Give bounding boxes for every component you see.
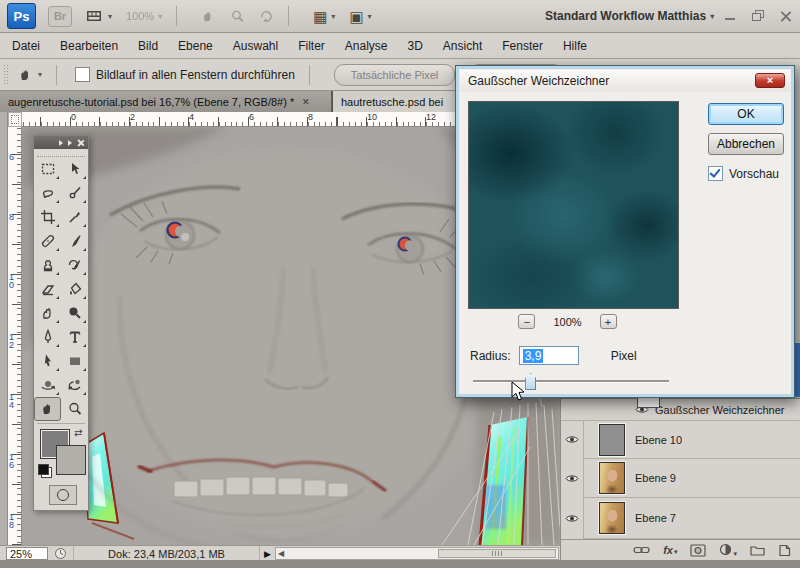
layer-mask-icon[interactable] — [690, 544, 706, 557]
menu-hilfe[interactable]: Hilfe — [553, 39, 597, 53]
tool-brush[interactable] — [61, 229, 88, 253]
divider — [176, 6, 177, 26]
menu-fenster[interactable]: Fenster — [492, 39, 553, 53]
radius-input[interactable]: 3,9 — [519, 346, 579, 365]
layer-thumbnail[interactable] — [599, 462, 625, 494]
tool-path-selection[interactable] — [34, 349, 61, 373]
scroll-all-windows-checkbox[interactable] — [75, 67, 90, 82]
swap-colors-icon[interactable]: ⇄ — [74, 427, 82, 438]
panel-close-icon[interactable] — [77, 139, 84, 146]
minimize-button[interactable] — [724, 10, 736, 22]
preview-checkbox[interactable] — [708, 166, 723, 181]
link-icon[interactable] — [633, 545, 650, 555]
menu-ebene[interactable]: Ebene — [168, 39, 223, 53]
tool-history-brush[interactable] — [61, 253, 88, 277]
zoom-out-button[interactable]: − — [518, 314, 535, 329]
tool-zoom[interactable] — [61, 397, 88, 421]
tool-type[interactable] — [61, 325, 88, 349]
zoom-percent-input[interactable]: 25% — [6, 547, 48, 560]
panel-header[interactable] — [34, 136, 88, 149]
layer-row-ebene-9[interactable]: Ebene 9 — [583, 459, 800, 498]
scrollbar-grip — [492, 551, 502, 556]
horizontal-scrollbar[interactable]: ◀ — [275, 547, 559, 560]
tool-healing-brush[interactable] — [34, 229, 61, 253]
new-layer-icon[interactable] — [778, 544, 791, 557]
adjustment-layer-icon[interactable]: ▾ — [719, 543, 737, 558]
visibility-eye-icon[interactable] — [564, 433, 580, 446]
menu-analyse[interactable]: Analyse — [335, 39, 398, 53]
arrange-documents-dropdown[interactable]: ▦ ▾ — [313, 9, 335, 24]
default-colors-icon[interactable] — [38, 464, 49, 475]
status-popup-arrow-icon[interactable]: ▶ — [264, 549, 271, 559]
rotate-view-icon[interactable] — [259, 9, 274, 24]
tool-smudge[interactable] — [34, 301, 61, 325]
scroll-left-arrow-icon[interactable]: ◀ — [278, 548, 284, 560]
drag-grip[interactable] — [3, 64, 10, 86]
workspace-switcher[interactable]: Standard Workflow Matthias ▾ — [545, 0, 714, 32]
layer-row-ebene-10[interactable]: Ebene 10 — [583, 421, 800, 459]
smart-filter-row[interactable]: Gaußscher Weichzeichner — [561, 399, 800, 421]
close-button[interactable] — [780, 10, 792, 22]
dialog-title-bar[interactable]: Gaußscher Weichzeichner — [460, 70, 790, 92]
layer-thumbnail[interactable] — [599, 502, 625, 534]
arrange-documents-icon: ▦ — [313, 9, 327, 24]
menu-bar: Datei Bearbeiten Bild Ebene Auswahl Filt… — [0, 33, 800, 59]
fx-icon[interactable]: fx▾ — [663, 544, 677, 556]
tool-hand[interactable] — [34, 397, 61, 421]
scrollbar-thumb[interactable] — [438, 549, 556, 558]
divider — [288, 6, 289, 26]
zoom-tool-shortcut-icon[interactable] — [230, 9, 245, 24]
zoom-level-dropdown[interactable]: 100% ▾ — [126, 10, 162, 22]
hand-tool-shortcut-icon[interactable] — [201, 9, 216, 24]
tool-3d-orbit[interactable] — [61, 373, 88, 397]
divider — [309, 65, 310, 85]
menu-datei[interactable]: Datei — [0, 39, 50, 53]
slider-track[interactable] — [473, 380, 669, 382]
quick-mask-button[interactable] — [49, 485, 77, 505]
tool-rectangular-marquee[interactable] — [34, 157, 61, 181]
view-extras-dropdown[interactable]: ▾ — [86, 9, 112, 23]
tool-shape[interactable] — [61, 349, 88, 373]
scroll-all-windows-option[interactable]: Bildlauf in allen Fenstern durchführen — [75, 67, 295, 82]
filter-preview[interactable] — [468, 101, 679, 309]
tool-eraser[interactable] — [34, 277, 61, 301]
tool-3d-rotate[interactable] — [34, 373, 61, 397]
radius-slider[interactable] — [473, 371, 669, 391]
zoom-in-button[interactable]: + — [600, 314, 617, 329]
tool-dodge[interactable] — [61, 301, 88, 325]
tab-close-icon[interactable]: × — [302, 95, 309, 109]
tool-crop[interactable] — [34, 205, 61, 229]
visibility-eye-icon[interactable] — [564, 512, 580, 525]
tab-hautretusche[interactable]: hautretusche.psd bei — [333, 91, 455, 112]
menu-bearbeiten[interactable]: Bearbeiten — [50, 39, 128, 53]
dialog-close-button[interactable]: × — [755, 73, 785, 88]
background-color-swatch[interactable] — [56, 445, 86, 475]
tool-move[interactable] — [61, 157, 88, 181]
screen-mode-dropdown[interactable]: ▣ ▾ — [349, 9, 371, 24]
layer-thumbnail[interactable] — [599, 424, 625, 456]
restore-button[interactable] — [752, 10, 764, 22]
ok-button[interactable]: OK — [708, 103, 784, 125]
menu-filter[interactable]: Filter — [288, 39, 335, 53]
tool-eyedropper[interactable] — [61, 205, 88, 229]
preview-option[interactable]: Vorschau — [708, 166, 779, 181]
tool-pen[interactable] — [34, 325, 61, 349]
group-icon[interactable] — [750, 544, 765, 556]
tool-clone-stamp[interactable] — [34, 253, 61, 277]
menu-auswahl[interactable]: Auswahl — [223, 39, 288, 53]
tab-augenretusche[interactable]: augenretusche-tutorial.psd bei 16,7% (Eb… — [0, 91, 332, 112]
ruler-origin-box[interactable] — [8, 112, 22, 127]
document-size-info[interactable]: Dok: 23,4 MB/203,1 MB — [73, 546, 260, 561]
actual-pixels-button[interactable]: Tatsächliche Pixel — [334, 64, 455, 86]
tool-lasso[interactable] — [34, 181, 61, 205]
cancel-button[interactable]: Abbrechen — [708, 133, 784, 155]
tool-paint-bucket[interactable] — [61, 277, 88, 301]
bridge-button[interactable]: Br — [48, 6, 72, 27]
tool-preset-dropdown[interactable]: ▾ — [18, 67, 42, 83]
layer-row-ebene-7[interactable]: Ebene 7 — [583, 498, 800, 539]
menu-ansicht[interactable]: Ansicht — [433, 39, 492, 53]
visibility-eye-icon[interactable] — [564, 472, 580, 485]
menu-3d[interactable]: 3D — [398, 39, 433, 53]
tool-quick-selection[interactable] — [61, 181, 88, 205]
menu-bild[interactable]: Bild — [128, 39, 168, 53]
